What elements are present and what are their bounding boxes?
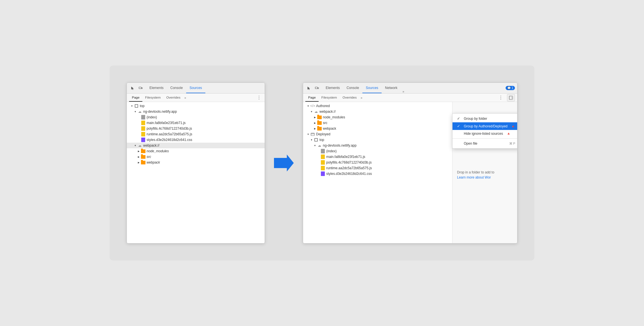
badge-count: 1 bbox=[512, 86, 513, 90]
tree-item-deployed-netlify[interactable]: ☁ ng-devtools.netlify.app bbox=[303, 143, 452, 148]
left-sub-toolbar: Page Filesystem Overrides » ⋮ bbox=[127, 94, 265, 102]
tree-item-authored-src[interactable]: src bbox=[303, 120, 452, 126]
device-icon-right[interactable] bbox=[313, 84, 321, 92]
tree-item-polyfills[interactable]: polyfills.4c768d7122740d3b.js bbox=[127, 126, 265, 131]
file-icon-deployed-poly bbox=[321, 160, 325, 165]
panel-toggle-btn[interactable] bbox=[507, 94, 515, 101]
label-deployed-top: top bbox=[319, 138, 324, 142]
sub-menu-btn-left[interactable]: ⋮ bbox=[256, 95, 262, 100]
left-toolbar: Elements Console Sources bbox=[127, 83, 265, 94]
code-icon-authored: </> bbox=[310, 104, 315, 108]
arrow-netlify bbox=[134, 110, 137, 113]
tree-item-netlify[interactable]: ☁ ng-devtools.netlify.app bbox=[127, 109, 265, 114]
folder-icon-webpack bbox=[141, 160, 145, 165]
sub-more-right[interactable]: » bbox=[360, 96, 364, 99]
right-toolbar-right: 💬 1 bbox=[506, 86, 515, 90]
cursor-icon-right[interactable] bbox=[305, 84, 313, 92]
menu-item-open-file[interactable]: Open file ⌘ P bbox=[452, 140, 517, 147]
device-icon[interactable] bbox=[137, 84, 144, 92]
arrow-webpack bbox=[134, 144, 137, 147]
tree-item-authored-webpack-folder[interactable]: webpack bbox=[303, 126, 452, 131]
notification-badge[interactable]: 💬 1 bbox=[506, 86, 515, 90]
file-icon-deployed-index bbox=[321, 149, 325, 153]
tree-item-main[interactable]: main.fa8bfa0e23f1eb71.js bbox=[127, 120, 265, 126]
file-icon-main bbox=[141, 121, 145, 125]
tree-item-deployed-main[interactable]: main.fa8bfa0e23f1eb71.js bbox=[303, 154, 452, 160]
right-tree-panel: </> Authored ☁ webpack:// node_modules bbox=[303, 102, 452, 243]
shortcut-open-file: ⌘ P bbox=[509, 142, 515, 145]
arrow-empty-main bbox=[137, 121, 140, 125]
file-icon-deployed-runtime bbox=[321, 166, 325, 170]
svg-rect-7 bbox=[311, 133, 314, 136]
tree-item-deployed-index[interactable]: (index) bbox=[303, 148, 452, 154]
tree-item-deployed[interactable]: Deployed bbox=[303, 131, 452, 137]
tree-item-top[interactable]: top bbox=[127, 103, 265, 109]
right-sub-tab-page[interactable]: Page bbox=[305, 94, 319, 102]
tree-item-runtime[interactable]: runtime.aa2dc5a72b65a575.js bbox=[127, 131, 265, 137]
learn-more-link[interactable]: Learn more about Wor bbox=[457, 175, 491, 179]
tab-sources[interactable]: Sources bbox=[186, 83, 205, 93]
folder-icon-src bbox=[141, 155, 145, 159]
folder-icon-nodemodules bbox=[141, 149, 145, 153]
right-tab-elements[interactable]: Elements bbox=[322, 83, 343, 93]
right-tab-network[interactable]: Network bbox=[382, 83, 401, 93]
right-panel-body: </> Authored ☁ webpack:// node_modules bbox=[303, 102, 517, 243]
right-devtools-panel: Elements Console Sources Network » 💬 1 P… bbox=[303, 82, 517, 244]
arrow-empty-deployed-index bbox=[317, 149, 320, 153]
right-tab-sources[interactable]: Sources bbox=[362, 83, 382, 93]
menu-item-group-by-folder[interactable]: ✓ Group by folder bbox=[452, 115, 517, 122]
sub-more-left[interactable]: » bbox=[183, 96, 187, 99]
file-icon-poly bbox=[141, 126, 145, 131]
arrow-empty-poly bbox=[137, 127, 140, 130]
filesystem-drop-area: Drop in a folder to add to Learn more ab… bbox=[455, 166, 515, 183]
label-authored-nodemodules: node_modules bbox=[323, 115, 345, 119]
tree-item-deployed-top[interactable]: top bbox=[303, 137, 452, 143]
label-authored-webpack: webpack:// bbox=[319, 110, 336, 114]
right-sub-tab-filesystem[interactable]: Filesystem bbox=[319, 94, 340, 102]
svg-rect-8 bbox=[315, 138, 317, 141]
label-deployed-polyfills: polyfills.4c768d7122740d3b.js bbox=[326, 160, 372, 164]
arrow-authored-webpack bbox=[310, 110, 313, 113]
tree-item-index[interactable]: (index) bbox=[127, 114, 265, 120]
tree-item-nodemodules[interactable]: node_modules bbox=[127, 148, 265, 154]
arrow-empty-runtime bbox=[137, 132, 140, 136]
tree-item-authored-webpack[interactable]: ☁ webpack:// bbox=[303, 109, 452, 114]
arrow-src bbox=[137, 155, 140, 158]
tree-item-webpack[interactable]: ☁ webpack:// bbox=[127, 143, 265, 148]
sub-tab-page[interactable]: Page bbox=[129, 94, 142, 102]
right-tab-console[interactable]: Console bbox=[343, 83, 362, 93]
cursor-icon[interactable] bbox=[129, 84, 136, 92]
toolbar-more-right[interactable]: » bbox=[401, 90, 406, 93]
check-icon-group-authored: ✓ bbox=[457, 124, 462, 128]
menu-item-hide-ignore[interactable]: Hide ignore-listed sources 🔺 bbox=[452, 130, 517, 137]
sub-menu-btn-right[interactable]: ⋮ bbox=[497, 95, 504, 100]
arrow-empty-deployed-main bbox=[317, 155, 320, 158]
tree-item-styles[interactable]: styles.d3e2b24618d2c641.css bbox=[127, 137, 265, 143]
tree-item-deployed-styles[interactable]: styles.d3e2b24618d2c641.css bbox=[303, 171, 452, 177]
label-runtime: runtime.aa2dc5a72b65a575.js bbox=[147, 132, 192, 136]
menu-separator bbox=[452, 138, 517, 139]
tree-item-deployed-runtime[interactable]: runtime.aa2dc5a72b65a575.js bbox=[303, 165, 452, 171]
right-sub-tab-overrides[interactable]: Overrides bbox=[340, 94, 360, 102]
menu-item-group-authored[interactable]: ✓ Group by Authored/Deployed 🔺 bbox=[452, 122, 517, 130]
label-deployed: Deployed bbox=[316, 132, 330, 136]
sub-tab-overrides[interactable]: Overrides bbox=[164, 94, 183, 102]
label-authored: Authored bbox=[316, 104, 330, 108]
sub-tab-filesystem[interactable]: Filesystem bbox=[142, 94, 164, 102]
label-nodemodules: node_modules bbox=[147, 149, 169, 153]
arrow-authored-nodemodules bbox=[313, 116, 317, 119]
tree-item-authored[interactable]: </> Authored bbox=[303, 103, 452, 109]
label-netlify: ng-devtools.netlify.app bbox=[143, 110, 177, 114]
tab-elements[interactable]: Elements bbox=[146, 83, 167, 93]
tree-item-deployed-polyfills[interactable]: polyfills.4c768d7122740d3b.js bbox=[303, 160, 452, 165]
tab-console[interactable]: Console bbox=[167, 83, 186, 93]
label-polyfills: polyfills.4c768d7122740d3b.js bbox=[147, 127, 192, 131]
tree-item-authored-nodemodules[interactable]: node_modules bbox=[303, 114, 452, 120]
tree-item-src[interactable]: src bbox=[127, 154, 265, 160]
arrow-empty-index bbox=[137, 116, 140, 119]
square-icon-deployed-top bbox=[314, 138, 318, 142]
label-deployed-index: (index) bbox=[326, 149, 337, 153]
arrow-between-panels bbox=[274, 155, 294, 171]
tree-item-webpack-folder[interactable]: webpack bbox=[127, 160, 265, 165]
arrow-empty-deployed-poly bbox=[317, 161, 320, 164]
